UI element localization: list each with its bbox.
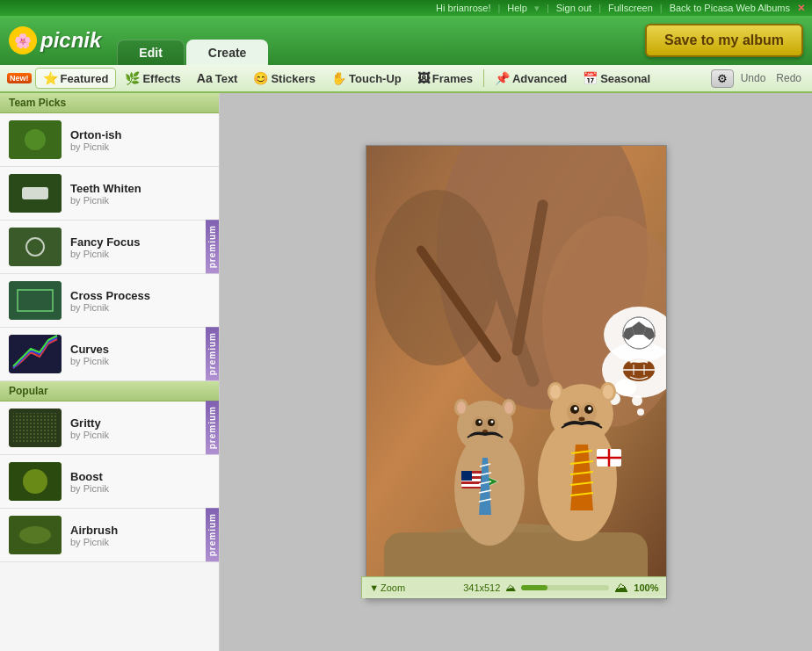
zoom-out-icon[interactable]: ⛰	[505, 582, 516, 594]
subnav-effects[interactable]: 🌿 Effects	[118, 69, 187, 88]
subnav-stickers[interactable]: 😊 Stickers	[246, 69, 323, 88]
orton-sub: by Picnik	[70, 141, 210, 152]
zoom-slider[interactable]	[521, 585, 609, 590]
text-label: Text	[215, 72, 238, 85]
svg-point-15	[19, 526, 51, 544]
text-icon: Aa	[197, 71, 213, 85]
sidebar-item-airbrush[interactable]: Airbrush by Picnik premium	[0, 509, 219, 562]
header-tabs: Edit Create	[117, 16, 268, 65]
svg-rect-10	[13, 413, 57, 443]
gritty-thumb	[9, 409, 62, 447]
premium-label-curves: premium	[206, 327, 219, 380]
sidebar-item-curves[interactable]: Curves by Picnik premium	[0, 328, 219, 381]
team-picks-list: Orton-ish by Picnik Teeth Whiten by Picn…	[0, 113, 219, 381]
zoom-size: 341x512	[463, 582, 500, 593]
cross-info: Cross Process by Picnik	[70, 289, 210, 313]
advanced-label: Advanced	[512, 72, 567, 85]
nav-divider	[483, 69, 484, 87]
gritty-sub: by Picnik	[70, 430, 210, 440]
sidebar-item-teeth[interactable]: Teeth Whiten by Picnik	[0, 167, 219, 221]
sidebar-item-fancy[interactable]: Fancy Focus by Picnik premium	[0, 221, 219, 274]
signout-link[interactable]: Sign out	[556, 3, 591, 13]
zoom-slider-fill	[521, 585, 547, 590]
boost-thumb	[9, 462, 62, 501]
main-canvas	[366, 146, 666, 596]
subnav-frames[interactable]: 🖼 Frames	[410, 69, 480, 88]
logo-text: picnik	[40, 28, 101, 53]
undo-button[interactable]: Undo	[737, 70, 770, 86]
subnav-text[interactable]: Aa Text	[190, 69, 245, 88]
sidebar-item-boost[interactable]: Boost by Picnik	[0, 455, 219, 509]
orton-thumb	[9, 120, 62, 159]
gritty-info: Gritty by Picnik	[70, 416, 210, 440]
sidebar-item-cross[interactable]: Cross Process by Picnik	[0, 274, 219, 328]
gritty-title: Gritty	[70, 416, 210, 430]
advanced-icon: 📌	[495, 71, 510, 85]
svg-point-13	[23, 469, 47, 494]
svg-point-37	[504, 401, 513, 414]
curves-thumb	[9, 335, 62, 373]
help-link[interactable]: Help	[507, 3, 527, 13]
canvas-area: ▼ Zoom 341x512 ⛰ ⛰ 100%	[220, 93, 812, 651]
teeth-sub: by Picnik	[70, 195, 210, 206]
tab-edit[interactable]: Edit	[117, 40, 184, 65]
teeth-thumb	[9, 174, 62, 213]
teeth-info: Teeth Whiten by Picnik	[70, 182, 210, 206]
zoom-in-icon[interactable]: ⛰	[614, 580, 628, 596]
subnav-seasonal[interactable]: 📅 Seasonal	[576, 69, 657, 88]
orton-title: Orton-ish	[70, 128, 210, 141]
svg-point-65	[574, 407, 577, 410]
curves-info: Curves by Picnik	[70, 343, 210, 366]
image-container[interactable]: ▼ Zoom 341x512 ⛰ ⛰ 100%	[366, 145, 667, 599]
premium-label-fancy: premium	[206, 220, 219, 273]
zoom-text: Zoom	[381, 582, 405, 593]
main-content: Team Picks Orton-ish by Picnik Teeth Whi…	[0, 93, 812, 651]
teeth-title: Teeth Whiten	[70, 182, 210, 195]
airbrush-info: Airbrush by Picnik	[70, 524, 210, 547]
effects-label: Effects	[142, 72, 180, 85]
frames-icon: 🖼	[417, 71, 430, 85]
new-badge: New!	[7, 73, 32, 83]
airbrush-sub: by Picnik	[70, 537, 210, 547]
back-link[interactable]: Back to Picasa Web Albums	[670, 3, 790, 13]
fullscreen-link[interactable]: Fullscreen	[608, 3, 653, 13]
fancy-title: Fancy Focus	[70, 235, 210, 249]
settings-button[interactable]: ⚙	[711, 69, 734, 88]
svg-point-31	[478, 421, 481, 423]
sidebar-item-gritty[interactable]: Gritty by Picnik premium	[0, 401, 219, 455]
frames-label: Frames	[432, 72, 473, 85]
svg-point-69	[550, 385, 561, 399]
tab-create[interactable]: Create	[186, 40, 269, 65]
subnav-advanced[interactable]: 📌 Advanced	[488, 69, 574, 88]
subnav-touchup[interactable]: ✋ Touch-Up	[324, 69, 409, 88]
close-icon[interactable]: ✕	[797, 3, 805, 14]
sub-nav: New! ⭐ Featured 🌿 Effects Aa Text 😊 Stic…	[0, 65, 812, 93]
team-picks-header: Team Picks	[0, 93, 219, 113]
svg-rect-6	[9, 281, 62, 320]
save-to-album-button[interactable]: Save to my album	[645, 24, 803, 57]
effects-icon: 🌿	[125, 71, 140, 85]
subnav-featured[interactable]: ⭐ Featured	[35, 68, 117, 89]
redo-button[interactable]: Redo	[772, 70, 805, 86]
svg-rect-3	[22, 187, 48, 199]
svg-point-1	[25, 129, 46, 150]
stickers-icon: 😊	[253, 71, 268, 85]
star-icon: ⭐	[43, 71, 58, 85]
logo: 🌸 picnik	[9, 26, 101, 54]
svg-point-82	[632, 395, 642, 406]
fancy-info: Fancy Focus by Picnik	[70, 235, 210, 259]
svg-point-67	[578, 417, 584, 422]
boost-info: Boost by Picnik	[70, 470, 210, 494]
fancy-thumb	[9, 228, 62, 266]
svg-point-83	[637, 409, 644, 416]
curves-sub: by Picnik	[70, 356, 210, 366]
sub-nav-right: ⚙ Undo Redo	[711, 69, 805, 88]
cross-sub: by Picnik	[70, 302, 210, 313]
svg-point-66	[588, 407, 591, 410]
sidebar-item-orton[interactable]: Orton-ish by Picnik	[0, 113, 219, 167]
curves-title: Curves	[70, 343, 210, 356]
svg-rect-4	[9, 228, 62, 266]
stickers-label: Stickers	[271, 72, 315, 85]
boost-sub: by Picnik	[70, 483, 210, 494]
seasonal-icon: 📅	[583, 71, 598, 85]
